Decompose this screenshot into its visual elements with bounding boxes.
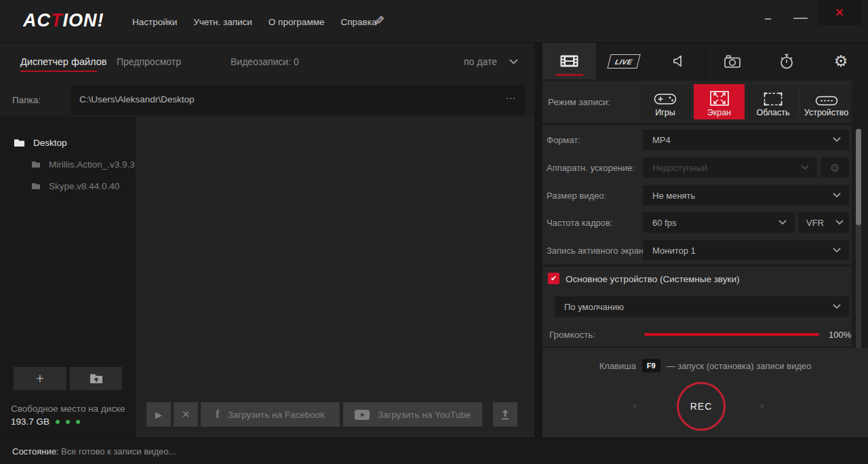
- recorder-panel: LIVE ⚙ Режим записи:: [542, 43, 868, 438]
- fps-mode-dropdown[interactable]: VFR: [798, 212, 849, 233]
- gear-icon: ⚙: [830, 161, 840, 174]
- tab-timer[interactable]: [760, 43, 814, 79]
- disk-status-dot: [66, 420, 70, 424]
- open-folder-button[interactable]: [70, 367, 122, 390]
- chevron-down-icon: [833, 137, 841, 142]
- volume-slider[interactable]: [644, 333, 819, 336]
- recorder-tabs: LIVE ⚙: [542, 43, 868, 79]
- folder-path-input[interactable]: C:\Users\Aleksandr\Desktop ...: [71, 85, 526, 115]
- hotkey-keycap: F9: [642, 359, 660, 372]
- main-menu: Настройки Учетн. записи О программе Спра…: [132, 17, 376, 27]
- file-manager-panel: Диспетчер файлов Предпросмотр Видеозапис…: [0, 43, 534, 438]
- format-dropdown[interactable]: MP4: [643, 130, 849, 150]
- logo-text: AC: [23, 10, 51, 31]
- chevron-down-icon: [833, 248, 841, 253]
- menu-settings[interactable]: Настройки: [132, 17, 177, 27]
- mode-games-button[interactable]: Игры: [640, 84, 690, 119]
- close-icon: ✕: [182, 408, 191, 421]
- audio-checkbox-label: Основное устройство (Системные звуки): [566, 274, 739, 284]
- folder-tree: Desktop Mirillis.Action_.v3.9.3 Skype.v8…: [0, 117, 136, 438]
- tab-audio-recording[interactable]: [651, 43, 705, 79]
- screen-expand-icon: [709, 90, 730, 107]
- upload-icon: [499, 408, 511, 421]
- volume-value: 100%: [829, 330, 851, 340]
- speaker-icon: [671, 54, 685, 68]
- tree-item-mirillis[interactable]: Mirillis.Action_.v3.9.3: [31, 159, 135, 170]
- disk-free-row: 193.7 GB: [11, 417, 80, 427]
- mode-device-button[interactable]: Устройство: [801, 84, 852, 119]
- tab-settings[interactable]: ⚙: [814, 43, 868, 79]
- mode-label: Область: [756, 108, 789, 117]
- upload-facebook-label: Загрузить на Facebook: [228, 410, 325, 420]
- audio-device-dropdown[interactable]: По умолчанию: [555, 296, 849, 317]
- rec-label: REC: [690, 401, 713, 412]
- mode-label: Игры: [655, 108, 675, 117]
- format-value: MP4: [643, 135, 671, 145]
- live-icon: LIVE: [607, 54, 640, 69]
- hotkey-prefix: Клавиша: [599, 361, 636, 371]
- video-size-dropdown[interactable]: Не менять: [643, 185, 849, 206]
- disk-status-dot: [76, 420, 80, 424]
- tree-item-skype[interactable]: Skype.v8.44.0.40: [31, 181, 119, 191]
- tab-video-recording[interactable]: [542, 43, 597, 79]
- volume-label: Громкость:: [549, 330, 595, 340]
- disk-status-dot: [56, 420, 60, 424]
- chevron-down-icon: [778, 220, 787, 225]
- active-tab-underline: [556, 74, 583, 76]
- framerate-dropdown[interactable]: 60 fps: [643, 212, 795, 233]
- rec-button[interactable]: REC: [677, 382, 726, 431]
- framerate-value: 60 fps: [643, 218, 676, 228]
- menu-about[interactable]: О программе: [269, 17, 325, 27]
- facebook-icon: f: [216, 408, 220, 421]
- folder-icon: [14, 138, 25, 147]
- sort-dropdown[interactable]: по дате: [464, 56, 518, 67]
- tree-item-desktop[interactable]: Desktop: [14, 138, 67, 148]
- folder-upload-icon: [90, 373, 103, 384]
- audio-device-checkbox[interactable]: ✔: [548, 273, 559, 284]
- add-folder-button[interactable]: +: [14, 367, 66, 390]
- hotkey-suffix: — запуск (остановка) записи видео: [667, 361, 812, 371]
- gear-icon: ⚙: [834, 54, 848, 69]
- hw-accel-settings-button[interactable]: ⚙: [821, 157, 849, 178]
- tab-live-streaming[interactable]: LIVE: [597, 43, 651, 79]
- mode-screen-button[interactable]: Экран: [694, 84, 745, 119]
- minimize-to-tray-button[interactable]: [765, 18, 771, 20]
- mode-area-button[interactable]: Область: [748, 84, 798, 119]
- menu-help[interactable]: Справка: [340, 17, 376, 27]
- upload-facebook-button[interactable]: f Загрузить на Facebook: [201, 402, 340, 427]
- upload-button[interactable]: [493, 402, 517, 427]
- folder-icon: [31, 182, 41, 190]
- scrollbar-thumb[interactable]: [856, 129, 861, 225]
- chevron-down-icon: [801, 165, 809, 170]
- tab-file-manager[interactable]: Диспетчер файлов: [20, 56, 106, 67]
- record-mode-card: Режим записи: Игры Экран Область: [542, 81, 852, 123]
- capture-device-icon: [815, 95, 838, 107]
- play-icon: ▶: [155, 410, 162, 420]
- monitor-dropdown[interactable]: Монитор 1: [643, 240, 849, 260]
- statusbar: Состояние: Все готово к записи видео...: [0, 438, 868, 464]
- delete-button[interactable]: ✕: [174, 402, 198, 427]
- video-size-label: Размер видео:: [547, 191, 606, 201]
- live-label: LIVE: [614, 57, 633, 65]
- plus-icon: +: [36, 370, 44, 387]
- monitor-value: Монитор 1: [643, 246, 696, 256]
- upload-youtube-button[interactable]: Загрузить на YouTube: [343, 402, 482, 427]
- close-icon: ✕: [835, 6, 844, 19]
- close-button[interactable]: ✕: [818, 0, 861, 25]
- hw-accel-dropdown[interactable]: Недоступный: [643, 157, 817, 178]
- tab-preview[interactable]: Предпросмотр: [117, 56, 181, 67]
- youtube-icon: [355, 410, 370, 420]
- logo-accent-letter: T: [51, 10, 63, 31]
- chevron-down-icon: [835, 220, 844, 225]
- tree-item-label: Skype.v8.44.0.40: [49, 181, 119, 191]
- file-grid-area: ▶ ✕ f Загрузить на Facebook Загрузить на…: [136, 117, 534, 438]
- tab-screenshots[interactable]: [705, 43, 760, 79]
- hw-accel-value: Недоступный: [643, 163, 707, 173]
- record-control-section: Клавиша F9 — запуск (остановка) записи в…: [542, 348, 868, 438]
- menu-accounts[interactable]: Учетн. записи: [193, 17, 252, 27]
- play-button[interactable]: ▶: [146, 402, 171, 427]
- disk-free-value: 193.7 GB: [11, 417, 50, 427]
- minimize-button[interactable]: [793, 18, 808, 19]
- browse-button[interactable]: ...: [506, 90, 516, 101]
- pen-tool-icon[interactable]: ✎: [374, 14, 384, 28]
